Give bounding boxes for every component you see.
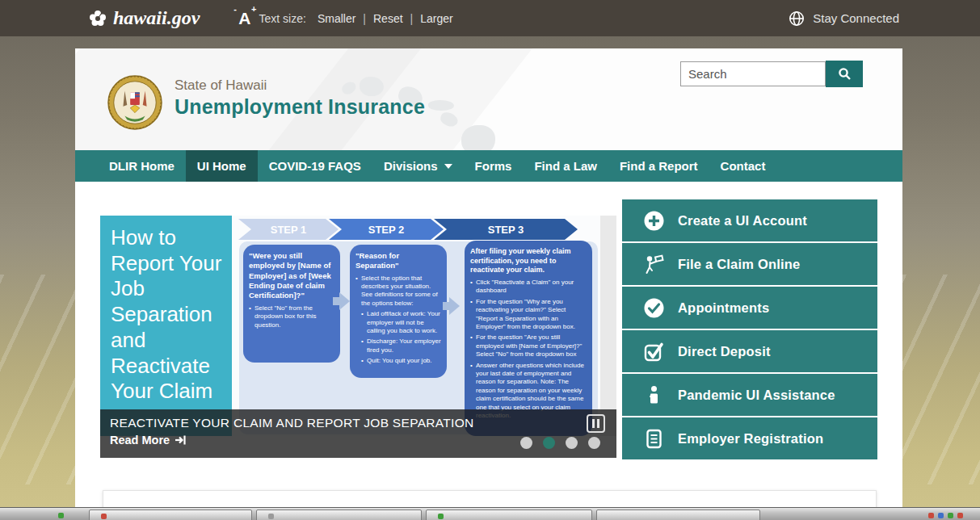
- info-icon: [643, 384, 665, 406]
- hawaii-islands-graphic: [428, 100, 454, 111]
- text-size-icon: -A+: [238, 9, 250, 28]
- separator: |: [410, 12, 414, 25]
- document-icon: [643, 428, 665, 450]
- slide-title-panel: How to Report Your Job Separation and Re…: [100, 216, 232, 436]
- brand-text: hawaii.gov: [113, 7, 200, 29]
- step3-chevron: STEP 3: [434, 219, 578, 240]
- carousel-dot-2[interactable]: [543, 437, 555, 449]
- search-form: [680, 61, 863, 87]
- state-of-hawaii-seal[interactable]: [107, 75, 162, 130]
- taskbar-window-button[interactable]: [596, 510, 760, 520]
- page-content: State of Hawaii Unemployment Insurance D…: [75, 48, 902, 520]
- carousel-pause-button[interactable]: [587, 414, 605, 433]
- os-taskbar: [0, 507, 980, 520]
- sidebar-item-pandemic-ui-assistance[interactable]: Pandemic UI Assistance: [622, 374, 877, 416]
- nav-forms[interactable]: Forms: [464, 150, 524, 182]
- hawaii-gov-logo[interactable]: hawaii.gov: [89, 7, 200, 29]
- slide-edge-strip: [600, 216, 616, 436]
- read-more-link[interactable]: Read More: [110, 434, 187, 447]
- globe-icon: [788, 10, 805, 27]
- sidebar-item-create-ui-account[interactable]: Create a UI Account: [622, 199, 877, 241]
- taskbar-app-icon[interactable]: [58, 513, 64, 518]
- slide-steps-graphic: STEP 1 STEP 2 STEP 3 "Were you still emp…: [232, 216, 616, 436]
- sidebar-item-appointments[interactable]: Appointments: [622, 287, 877, 329]
- nav-ui-home[interactable]: UI Home: [186, 150, 258, 182]
- carousel-dot-4[interactable]: [588, 437, 600, 449]
- hawaii-islands-graphic: [461, 125, 495, 150]
- text-size-label: Text size:: [259, 12, 306, 25]
- tray-icon[interactable]: [928, 513, 934, 518]
- text-size-reset-link[interactable]: Reset: [373, 12, 403, 25]
- arrow-enter-icon: [175, 434, 187, 446]
- quick-links-sidebar: Create a UI Account File a Claim Online …: [622, 199, 877, 461]
- site-pretitle: State of Hawaii: [175, 78, 425, 94]
- search-input[interactable]: [680, 61, 826, 86]
- separator: |: [363, 12, 366, 25]
- checkbox-check-icon: [643, 341, 665, 363]
- sidebar-item-direct-deposit[interactable]: Direct Deposit: [622, 330, 877, 372]
- step1-chevron: STEP 1: [238, 219, 339, 240]
- plus-circle-icon: [643, 210, 665, 232]
- carousel-dots: [520, 437, 600, 449]
- nav-find-a-law[interactable]: Find a Law: [523, 150, 608, 182]
- carousel-caption: REACTIVATE YOUR CLAIM AND REPORT JOB SEP…: [100, 409, 616, 458]
- tray-icon[interactable]: [948, 513, 953, 518]
- nav-divisions[interactable]: Divisions: [372, 150, 464, 182]
- sidebar-item-employer-registration[interactable]: Employer Registration: [622, 417, 877, 459]
- person-computer-icon: [643, 254, 665, 275]
- caption-title: REACTIVATE YOUR CLAIM AND REPORT JOB SEP…: [110, 416, 473, 430]
- main-navigation: DLIR Home UI Home COVID-19 FAQS Division…: [75, 150, 902, 182]
- stay-connected-link[interactable]: Stay Connected: [788, 10, 899, 27]
- search-icon: [838, 67, 852, 81]
- nav-find-a-report[interactable]: Find a Report: [608, 150, 709, 182]
- step1-box: "Were you still employed by [Name of Emp…: [243, 245, 340, 363]
- text-size-smaller-link[interactable]: Smaller: [318, 12, 355, 25]
- step3-box: After filing your weekly claim certifica…: [465, 241, 592, 436]
- sidebar-item-file-a-claim-online[interactable]: File a Claim Online: [622, 243, 877, 285]
- state-portal-topbar: hawaii.gov -A+ Text size: Smaller | Rese…: [0, 0, 980, 36]
- hero-carousel: How to Report Your Job Separation and Re…: [100, 216, 616, 458]
- step2-chevron: STEP 2: [329, 219, 444, 240]
- arrow-right-icon: [339, 292, 350, 310]
- tray-icon[interactable]: [938, 513, 944, 518]
- step2-box: "Reason for Separation" Select the optio…: [350, 245, 447, 378]
- hibiscus-icon: [89, 10, 107, 27]
- nav-dlir-home[interactable]: DLIR Home: [98, 150, 186, 182]
- text-size-larger-link[interactable]: Larger: [420, 12, 452, 25]
- site-header: State of Hawaii Unemployment Insurance: [75, 48, 902, 150]
- arrow-right-icon: [449, 297, 460, 315]
- stay-connected-label: Stay Connected: [813, 11, 899, 25]
- nav-contact[interactable]: Contact: [709, 150, 777, 182]
- carousel-dot-3[interactable]: [566, 437, 578, 449]
- search-button[interactable]: [826, 61, 863, 87]
- tray-icon[interactable]: [957, 513, 963, 518]
- site-title: Unemployment Insurance: [175, 95, 425, 119]
- taskbar-window-button[interactable]: [256, 510, 422, 520]
- nav-covid19-faqs[interactable]: COVID-19 FAQS: [258, 150, 372, 182]
- chevron-down-icon: [444, 164, 452, 169]
- taskbar-window-button[interactable]: [89, 510, 252, 520]
- taskbar-window-button[interactable]: [426, 510, 592, 520]
- carousel-dot-1[interactable]: [520, 437, 532, 449]
- check-circle-icon: [643, 297, 665, 319]
